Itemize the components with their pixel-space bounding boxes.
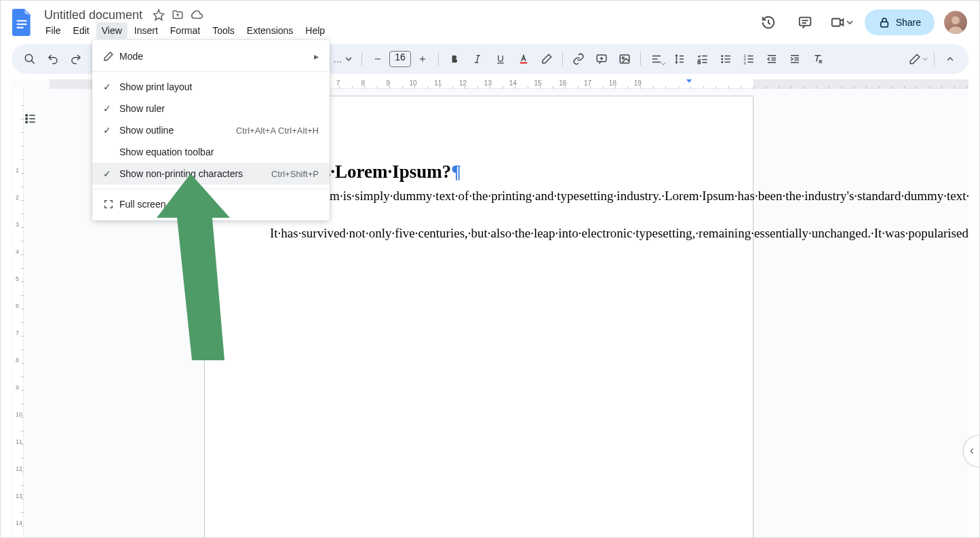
check-icon: ✓ bbox=[103, 168, 119, 179]
collapse-toolbar-icon[interactable] bbox=[940, 49, 960, 69]
image-icon[interactable] bbox=[614, 49, 635, 69]
menu-item-mode[interactable]: Mode ▸ bbox=[92, 45, 330, 67]
svg-rect-6 bbox=[831, 19, 840, 26]
svg-point-55 bbox=[26, 115, 28, 117]
menu-item-outline[interactable]: ✓ Show outline Ctrl+Alt+A Ctrl+Alt+H bbox=[92, 119, 330, 141]
svg-point-57 bbox=[26, 118, 28, 120]
svg-rect-21 bbox=[620, 55, 629, 63]
link-icon[interactable] bbox=[568, 49, 589, 69]
outdent-icon[interactable] bbox=[762, 49, 782, 69]
search-menus-icon[interactable] bbox=[20, 49, 40, 69]
font-size-increase-icon[interactable] bbox=[412, 49, 433, 69]
document-title[interactable]: Untitled document bbox=[40, 7, 146, 24]
underline-icon[interactable] bbox=[490, 49, 511, 69]
paragraph[interactable]: It·has·survived·not·only·five·centuries,… bbox=[270, 224, 688, 243]
menu-bar: File Edit View Insert Format Tools Exten… bbox=[40, 22, 749, 39]
svg-rect-7 bbox=[880, 22, 888, 27]
svg-rect-0 bbox=[17, 20, 27, 22]
comments-icon[interactable] bbox=[791, 9, 819, 36]
font-size-control: 16 bbox=[368, 49, 433, 69]
cloud-saved-icon[interactable] bbox=[190, 8, 203, 22]
bold-icon[interactable] bbox=[444, 49, 465, 69]
svg-point-59 bbox=[26, 121, 28, 123]
svg-point-35 bbox=[721, 61, 723, 63]
add-comment-icon[interactable] bbox=[591, 49, 612, 69]
menu-extensions[interactable]: Extensions bbox=[241, 22, 298, 39]
menu-item-print-layout[interactable]: ✓ Show print layout bbox=[92, 76, 330, 98]
indent-icon[interactable] bbox=[785, 49, 805, 69]
chevron-right-icon: ▸ bbox=[314, 51, 319, 62]
menu-separator bbox=[92, 71, 330, 72]
paragraph-empty[interactable]: ¶ bbox=[270, 206, 688, 225]
menu-view[interactable]: View bbox=[96, 22, 128, 39]
lock-icon bbox=[878, 16, 890, 28]
app-header: Untitled document File Edit View Insert … bbox=[1, 1, 979, 39]
numbered-list-icon[interactable]: 123 bbox=[739, 49, 759, 69]
history-icon[interactable] bbox=[755, 9, 782, 36]
highlight-icon[interactable] bbox=[536, 49, 557, 69]
menu-help[interactable]: Help bbox=[300, 22, 330, 39]
checklist-icon[interactable] bbox=[692, 49, 713, 69]
share-button[interactable]: Share bbox=[865, 9, 935, 35]
menu-item-fullscreen[interactable]: Full screen bbox=[92, 193, 330, 215]
meet-icon[interactable] bbox=[828, 9, 855, 36]
svg-rect-31 bbox=[698, 62, 700, 64]
svg-rect-36 bbox=[725, 56, 730, 57]
svg-point-33 bbox=[721, 55, 723, 57]
undo-icon[interactable] bbox=[43, 49, 63, 69]
font-size-decrease-icon[interactable] bbox=[368, 49, 388, 69]
heading[interactable]: What·is·Lorem·Ipsum?¶ bbox=[270, 161, 688, 182]
align-icon[interactable] bbox=[646, 49, 667, 69]
check-icon: ✓ bbox=[103, 81, 119, 92]
pencil-icon bbox=[103, 51, 119, 62]
paragraph[interactable]: Lorem·Ipsum·is·simply·dummy·text·of·the·… bbox=[270, 187, 688, 206]
star-icon[interactable] bbox=[152, 8, 165, 22]
svg-rect-38 bbox=[725, 62, 730, 63]
menu-insert[interactable]: Insert bbox=[129, 22, 163, 39]
chevron-down-icon bbox=[345, 56, 352, 62]
share-label: Share bbox=[896, 17, 921, 28]
menu-item-nonprinting[interactable]: ✓ Show non-printing characters Ctrl+Shif… bbox=[92, 163, 330, 185]
menu-item-ruler[interactable]: ✓ Show ruler bbox=[92, 98, 330, 119]
font-size-input[interactable]: 16 bbox=[389, 51, 411, 67]
svg-point-8 bbox=[952, 16, 960, 24]
clear-formatting-icon[interactable] bbox=[808, 49, 828, 69]
svg-rect-1 bbox=[17, 24, 27, 25]
menu-format[interactable]: Format bbox=[165, 22, 205, 39]
svg-line-15 bbox=[477, 56, 479, 63]
move-folder-icon[interactable] bbox=[171, 8, 184, 22]
svg-point-22 bbox=[622, 57, 624, 59]
menu-file[interactable]: File bbox=[40, 22, 66, 39]
svg-text:3: 3 bbox=[744, 61, 747, 65]
user-avatar[interactable] bbox=[944, 11, 967, 34]
svg-rect-3 bbox=[799, 18, 810, 26]
svg-rect-2 bbox=[17, 27, 24, 28]
menu-edit[interactable]: Edit bbox=[68, 22, 95, 39]
menu-item-equation-toolbar[interactable]: Show equation toolbar bbox=[92, 141, 330, 163]
font-select[interactable]: … bbox=[329, 54, 356, 64]
menu-tools[interactable]: Tools bbox=[207, 22, 240, 39]
svg-rect-37 bbox=[725, 58, 730, 60]
view-menu-dropdown: Mode ▸ ✓ Show print layout ✓ Show ruler … bbox=[92, 40, 330, 220]
vertical-ruler[interactable]: 123456789101112131415 bbox=[13, 89, 24, 537]
svg-point-34 bbox=[721, 58, 723, 60]
check-icon: ✓ bbox=[103, 125, 119, 136]
bulleted-list-icon[interactable] bbox=[716, 49, 736, 69]
redo-icon[interactable] bbox=[66, 49, 86, 69]
menu-separator bbox=[92, 189, 330, 189]
italic-icon[interactable] bbox=[467, 49, 488, 69]
editing-mode-icon[interactable] bbox=[908, 49, 928, 69]
svg-point-9 bbox=[25, 54, 33, 62]
text-color-icon[interactable] bbox=[513, 49, 534, 69]
line-spacing-icon[interactable] bbox=[669, 49, 690, 69]
svg-rect-17 bbox=[520, 62, 528, 64]
google-docs-logo-icon[interactable] bbox=[9, 9, 36, 36]
check-icon: ✓ bbox=[103, 103, 119, 114]
fullscreen-icon bbox=[103, 199, 119, 210]
